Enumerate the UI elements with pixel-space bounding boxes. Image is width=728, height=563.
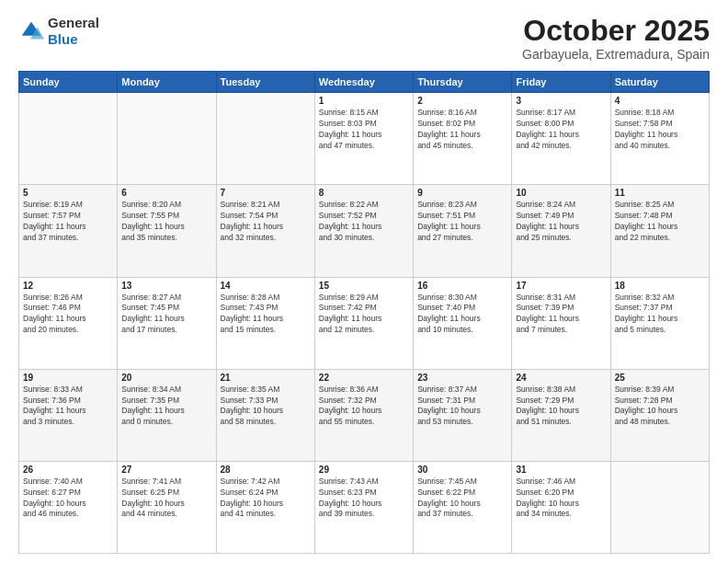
table-row: 14Sunrise: 8:28 AM Sunset: 7:43 PM Dayli… <box>216 277 314 369</box>
day-number: 22 <box>319 373 409 383</box>
day-info: Sunrise: 8:37 AM Sunset: 7:31 PM Dayligh… <box>417 385 507 429</box>
header: General Blue October 2025 Garbayuela, Ex… <box>18 15 710 62</box>
table-row: 10Sunrise: 8:24 AM Sunset: 7:49 PM Dayli… <box>512 185 610 277</box>
day-number: 26 <box>23 465 113 475</box>
table-row: 20Sunrise: 8:34 AM Sunset: 7:35 PM Dayli… <box>118 369 216 461</box>
day-number: 8 <box>319 188 409 198</box>
day-number: 27 <box>121 465 211 475</box>
day-number: 9 <box>417 188 507 198</box>
day-number: 19 <box>23 373 113 383</box>
day-number: 21 <box>221 373 311 383</box>
table-row: 27Sunrise: 7:41 AM Sunset: 6:25 PM Dayli… <box>118 461 216 553</box>
table-row: 12Sunrise: 8:26 AM Sunset: 7:46 PM Dayli… <box>19 277 118 369</box>
day-info: Sunrise: 8:26 AM Sunset: 7:46 PM Dayligh… <box>23 293 113 337</box>
table-row: 28Sunrise: 7:42 AM Sunset: 6:24 PM Dayli… <box>216 461 314 553</box>
day-number: 31 <box>516 465 606 475</box>
table-row: 15Sunrise: 8:29 AM Sunset: 7:42 PM Dayli… <box>314 277 413 369</box>
day-number: 23 <box>417 373 507 383</box>
day-number: 10 <box>516 188 606 198</box>
table-row: 17Sunrise: 8:31 AM Sunset: 7:39 PM Dayli… <box>512 277 610 369</box>
day-info: Sunrise: 8:25 AM Sunset: 7:48 PM Dayligh… <box>615 200 705 244</box>
day-number: 11 <box>615 188 705 198</box>
table-row: 19Sunrise: 8:33 AM Sunset: 7:36 PM Dayli… <box>19 369 118 461</box>
header-monday: Monday <box>118 72 216 93</box>
table-row: 2Sunrise: 8:16 AM Sunset: 8:02 PM Daylig… <box>414 93 512 185</box>
table-row: 25Sunrise: 8:39 AM Sunset: 7:28 PM Dayli… <box>610 369 709 461</box>
day-info: Sunrise: 8:22 AM Sunset: 7:52 PM Dayligh… <box>319 200 409 244</box>
table-row: 31Sunrise: 7:46 AM Sunset: 6:20 PM Dayli… <box>512 461 610 553</box>
day-number: 14 <box>221 281 311 291</box>
table-row: 24Sunrise: 8:38 AM Sunset: 7:29 PM Dayli… <box>512 369 610 461</box>
logo-icon <box>18 18 44 44</box>
title-section: October 2025 Garbayuela, Extremadura, Sp… <box>522 15 710 62</box>
table-row: 21Sunrise: 8:35 AM Sunset: 7:33 PM Dayli… <box>216 369 314 461</box>
day-info: Sunrise: 7:43 AM Sunset: 6:23 PM Dayligh… <box>319 477 409 521</box>
calendar-week-row: 12Sunrise: 8:26 AM Sunset: 7:46 PM Dayli… <box>19 277 710 369</box>
day-number: 18 <box>615 281 705 291</box>
table-row: 18Sunrise: 8:32 AM Sunset: 7:37 PM Dayli… <box>610 277 709 369</box>
table-row: 5Sunrise: 8:19 AM Sunset: 7:57 PM Daylig… <box>19 185 118 277</box>
day-number: 28 <box>221 465 311 475</box>
day-info: Sunrise: 8:15 AM Sunset: 8:03 PM Dayligh… <box>319 108 409 152</box>
day-info: Sunrise: 7:41 AM Sunset: 6:25 PM Dayligh… <box>121 477 211 521</box>
day-info: Sunrise: 8:35 AM Sunset: 7:33 PM Dayligh… <box>221 385 311 429</box>
table-row: 16Sunrise: 8:30 AM Sunset: 7:40 PM Dayli… <box>414 277 512 369</box>
day-info: Sunrise: 8:24 AM Sunset: 7:49 PM Dayligh… <box>516 200 606 244</box>
day-info: Sunrise: 8:32 AM Sunset: 7:37 PM Dayligh… <box>615 293 705 337</box>
day-number: 29 <box>319 465 409 475</box>
weekday-header-row: Sunday Monday Tuesday Wednesday Thursday… <box>19 72 710 93</box>
location-title: Garbayuela, Extremadura, Spain <box>522 47 710 62</box>
day-info: Sunrise: 7:42 AM Sunset: 6:24 PM Dayligh… <box>221 477 311 521</box>
table-row <box>19 93 118 185</box>
day-number: 5 <box>23 188 113 198</box>
day-info: Sunrise: 8:38 AM Sunset: 7:29 PM Dayligh… <box>516 385 606 429</box>
table-row: 1Sunrise: 8:15 AM Sunset: 8:03 PM Daylig… <box>314 93 413 185</box>
day-number: 2 <box>417 96 507 106</box>
day-info: Sunrise: 8:16 AM Sunset: 8:02 PM Dayligh… <box>417 108 507 152</box>
day-info: Sunrise: 8:19 AM Sunset: 7:57 PM Dayligh… <box>23 200 113 244</box>
day-info: Sunrise: 8:31 AM Sunset: 7:39 PM Dayligh… <box>516 293 606 337</box>
day-info: Sunrise: 7:45 AM Sunset: 6:22 PM Dayligh… <box>417 477 507 521</box>
calendar-week-row: 26Sunrise: 7:40 AM Sunset: 6:27 PM Dayli… <box>19 461 710 553</box>
table-row <box>216 93 314 185</box>
logo-text: General Blue <box>48 15 99 48</box>
page: General Blue October 2025 Garbayuela, Ex… <box>0 0 728 563</box>
day-info: Sunrise: 8:18 AM Sunset: 7:58 PM Dayligh… <box>615 108 705 152</box>
table-row: 3Sunrise: 8:17 AM Sunset: 8:00 PM Daylig… <box>512 93 610 185</box>
day-info: Sunrise: 8:36 AM Sunset: 7:32 PM Dayligh… <box>319 385 409 429</box>
day-info: Sunrise: 8:27 AM Sunset: 7:45 PM Dayligh… <box>121 293 211 337</box>
day-number: 15 <box>319 281 409 291</box>
month-title: October 2025 <box>522 15 710 47</box>
day-number: 3 <box>516 96 606 106</box>
day-number: 25 <box>615 373 705 383</box>
day-number: 6 <box>121 188 211 198</box>
table-row <box>610 461 709 553</box>
day-number: 20 <box>121 373 211 383</box>
day-number: 12 <box>23 281 113 291</box>
day-info: Sunrise: 8:17 AM Sunset: 8:00 PM Dayligh… <box>516 108 606 152</box>
day-number: 1 <box>319 96 409 106</box>
calendar-week-row: 1Sunrise: 8:15 AM Sunset: 8:03 PM Daylig… <box>19 93 710 185</box>
day-info: Sunrise: 8:30 AM Sunset: 7:40 PM Dayligh… <box>417 293 507 337</box>
table-row: 23Sunrise: 8:37 AM Sunset: 7:31 PM Dayli… <box>414 369 512 461</box>
day-number: 17 <box>516 281 606 291</box>
header-wednesday: Wednesday <box>314 72 413 93</box>
day-info: Sunrise: 8:20 AM Sunset: 7:55 PM Dayligh… <box>121 200 211 244</box>
header-sunday: Sunday <box>19 72 118 93</box>
header-thursday: Thursday <box>414 72 512 93</box>
day-info: Sunrise: 8:34 AM Sunset: 7:35 PM Dayligh… <box>121 385 211 429</box>
logo: General Blue <box>18 15 99 48</box>
day-info: Sunrise: 7:46 AM Sunset: 6:20 PM Dayligh… <box>516 477 606 521</box>
table-row: 11Sunrise: 8:25 AM Sunset: 7:48 PM Dayli… <box>610 185 709 277</box>
header-saturday: Saturday <box>610 72 709 93</box>
table-row: 13Sunrise: 8:27 AM Sunset: 7:45 PM Dayli… <box>118 277 216 369</box>
day-info: Sunrise: 8:29 AM Sunset: 7:42 PM Dayligh… <box>319 293 409 337</box>
table-row: 22Sunrise: 8:36 AM Sunset: 7:32 PM Dayli… <box>314 369 413 461</box>
day-info: Sunrise: 8:28 AM Sunset: 7:43 PM Dayligh… <box>221 293 311 337</box>
day-number: 13 <box>121 281 211 291</box>
day-info: Sunrise: 8:23 AM Sunset: 7:51 PM Dayligh… <box>417 200 507 244</box>
day-info: Sunrise: 8:33 AM Sunset: 7:36 PM Dayligh… <box>23 385 113 429</box>
logo-blue: Blue <box>48 31 78 47</box>
table-row: 29Sunrise: 7:43 AM Sunset: 6:23 PM Dayli… <box>314 461 413 553</box>
header-tuesday: Tuesday <box>216 72 314 93</box>
